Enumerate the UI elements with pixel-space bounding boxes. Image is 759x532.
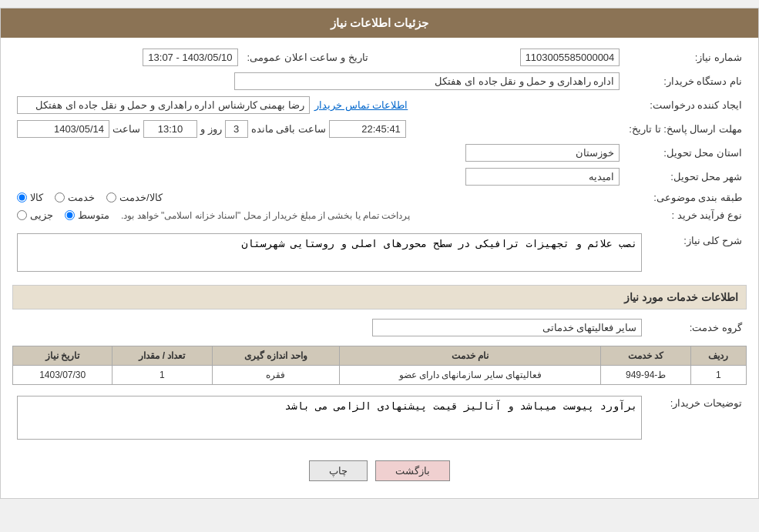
contact-link[interactable]: اطلاعات تماس خریدار xyxy=(314,99,408,111)
page-title: جزئیات اطلاعات نیاز xyxy=(331,16,428,29)
category-kala-khidmat-label: کالا/خدمت xyxy=(119,192,163,203)
purchase-type-label: نوع فرآیند خرید : xyxy=(624,206,747,224)
row-category: طبقه بندی موضوعی: کالا/خدمت خدمت کالا xyxy=(12,189,747,206)
creator-label: ایجاد کننده درخواست: xyxy=(624,93,747,117)
service-table-body: 1 ط-94-949 فعالیتهای سایر سازمانهای دارا… xyxy=(13,366,747,385)
col-code: کد خدمت xyxy=(601,346,690,366)
service-table-header-row: ردیف کد خدمت نام خدمت واحد اندازه گیری ت… xyxy=(13,346,747,366)
category-radio-khidmat[interactable] xyxy=(55,192,65,202)
cell-code: ط-94-949 xyxy=(601,366,690,385)
category-kala: کالا xyxy=(17,192,43,203)
row-need-description: شرح کلی نیاز: نصب علائم و تجهیزات ترافیک… xyxy=(12,230,747,277)
service-group-table: گروه خدمت: سایر فعالیتهای خدماتی xyxy=(12,316,747,340)
page-container: جزئیات اطلاعات نیاز شماره نیاز: 11030055… xyxy=(0,8,759,499)
purchase-juzii: جزیی xyxy=(17,209,53,221)
province-value: خوزستان xyxy=(465,144,620,162)
category-khidmat-label: خدمت xyxy=(68,192,95,203)
service-group-label: گروه خدمت: xyxy=(646,316,747,340)
buyer-notes-text[interactable]: برآورد پیوست میباشد و آنالیز قیمت پیشنها… xyxy=(17,396,642,440)
service-table-head: ردیف کد خدمت نام خدمت واحد اندازه گیری ت… xyxy=(13,346,747,366)
row-province: استان محل تحویل: خوزستان xyxy=(12,141,747,165)
info-table: شماره نیاز: 1103005585000004 تاریخ و ساع… xyxy=(12,45,747,224)
deadline-remaining-label: ساعت باقی مانده xyxy=(251,123,326,135)
services-section-header: اطلاعات خدمات مورد نیاز xyxy=(12,285,747,309)
purchase-radio-juzii[interactable] xyxy=(17,210,27,220)
content-area: شماره نیاز: 1103005585000004 تاریخ و ساع… xyxy=(1,38,758,498)
need-number-value: 1103005585000004 xyxy=(520,49,620,66)
row-buyer-org: نام دستگاه خریدار: اداره راهداری و حمل و… xyxy=(12,69,747,93)
deadline-time-value: 13:10 xyxy=(143,120,197,138)
creator-value: رضا بهمنی کارشناس اداره راهداری و حمل و … xyxy=(17,96,310,114)
announce-value: 1403/05/10 - 13:07 xyxy=(143,49,237,66)
category-kala-khidmat: کالا/خدمت xyxy=(106,192,163,203)
print-button[interactable]: چاپ xyxy=(309,460,368,481)
buyer-org-value: اداره راهداری و حمل و نقل جاده ای هفتکل xyxy=(234,72,620,90)
purchase-note: پرداخت تمام یا بخشی از مبلغ خریدار از مح… xyxy=(121,210,410,221)
cell-unit: فقره xyxy=(212,366,340,385)
deadline-days-label: روز و xyxy=(200,123,222,135)
row-deadline: مهلت ارسال پاسخ: تا تاریخ: 22:45:41 ساعت… xyxy=(12,117,747,141)
buyer-notes-label: توضیحات خریدار: xyxy=(646,393,747,445)
province-label: استان محل تحویل: xyxy=(624,141,747,165)
col-row: ردیف xyxy=(690,346,746,366)
col-unit: واحد اندازه گیری xyxy=(212,346,340,366)
deadline-time-label: ساعت xyxy=(113,123,140,135)
purchase-radio-mutawaset[interactable] xyxy=(65,210,75,220)
button-row: بازگشت چاپ xyxy=(12,451,747,490)
back-button[interactable]: بازگشت xyxy=(375,460,450,481)
purchase-mutawaset: متوسط xyxy=(65,209,109,221)
purchase-juzii-label: جزیی xyxy=(30,209,53,221)
row-service-group: گروه خدمت: سایر فعالیتهای خدماتی xyxy=(12,316,747,340)
row-buyer-notes: توضیحات خریدار: برآورد پیوست میباشد و آن… xyxy=(12,393,747,445)
need-number-label: شماره نیاز: xyxy=(624,45,747,69)
deadline-date-value: 1403/05/14 xyxy=(17,120,109,138)
deadline-days-value: 3 xyxy=(225,120,248,138)
category-label: طبقه بندی موضوعی: xyxy=(624,189,747,206)
cell-date: 1403/07/30 xyxy=(13,366,113,385)
category-kala-label: کالا xyxy=(30,192,43,203)
row-need-number: شماره نیاز: 1103005585000004 تاریخ و ساع… xyxy=(12,45,747,69)
city-label: شهر محل تحویل: xyxy=(624,165,747,189)
cell-row: 1 xyxy=(690,366,746,385)
need-description-text[interactable]: نصب علائم و تجهیزات ترافیکی در سطح محوره… xyxy=(17,233,642,272)
city-value: امیدیه xyxy=(465,168,620,186)
row-purchase-type: نوع فرآیند خرید : پرداخت تمام یا بخشی از… xyxy=(12,206,747,224)
need-description-table: شرح کلی نیاز: نصب علائم و تجهیزات ترافیک… xyxy=(12,230,747,277)
need-description-section-label: شرح کلی نیاز: xyxy=(646,230,747,277)
cell-name: فعالیتهای سایر سازمانهای دارای عضو xyxy=(340,366,601,385)
deadline-remaining-value: 22:45:41 xyxy=(329,120,406,138)
col-name: نام خدمت xyxy=(340,346,601,366)
category-radio-kala[interactable] xyxy=(17,192,27,202)
row-creator: ایجاد کننده درخواست: اطلاعات تماس خریدار… xyxy=(12,93,747,117)
col-count: تعداد / مقدار xyxy=(113,346,212,366)
announce-label: تاریخ و ساعت اعلان عمومی: xyxy=(243,45,384,69)
buyer-org-label: نام دستگاه خریدار: xyxy=(624,69,747,93)
category-radio-kala-khidmat[interactable] xyxy=(106,192,116,202)
buyer-notes-table: توضیحات خریدار: برآورد پیوست میباشد و آن… xyxy=(12,393,747,445)
service-group-value: سایر فعالیتهای خدماتی xyxy=(372,319,642,336)
purchase-mutawaset-label: متوسط xyxy=(78,209,109,221)
table-row: 1 ط-94-949 فعالیتهای سایر سازمانهای دارا… xyxy=(13,366,747,385)
col-date: تاریخ نیاز xyxy=(13,346,113,366)
deadline-label: مهلت ارسال پاسخ: تا تاریخ: xyxy=(624,117,747,141)
page-header: جزئیات اطلاعات نیاز xyxy=(1,8,758,38)
cell-count: 1 xyxy=(113,366,212,385)
service-table: ردیف کد خدمت نام خدمت واحد اندازه گیری ت… xyxy=(12,346,747,385)
category-khidmat: خدمت xyxy=(55,192,95,203)
row-city: شهر محل تحویل: امیدیه xyxy=(12,165,747,189)
